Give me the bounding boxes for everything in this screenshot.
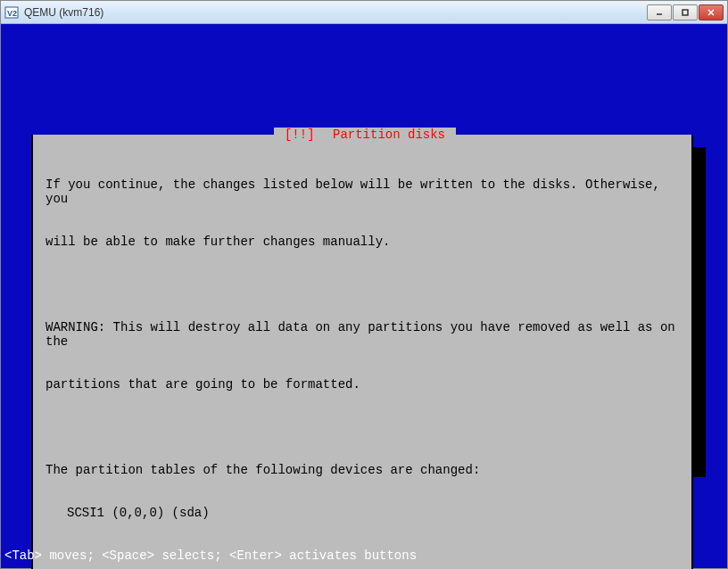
dialog-title: [!!] Partition disks: [1, 128, 728, 142]
vnc-icon: V2: [4, 5, 19, 20]
titlebar[interactable]: V2 QEMU (kvm716): [1, 1, 727, 24]
window-controls: [646, 4, 724, 21]
minimize-button[interactable]: [647, 4, 672, 21]
intro-text: will be able to make further changes man…: [46, 235, 679, 249]
keyboard-hint: <Tab> moves; <Space> selects; <Enter> ac…: [4, 548, 417, 563]
svg-rect-3: [682, 10, 688, 15]
close-button[interactable]: [699, 4, 724, 21]
table-item: SCSI1 (0,0,0) (sda): [46, 506, 679, 520]
window-title: QEMU (kvm716): [24, 6, 646, 19]
maximize-button[interactable]: [673, 4, 698, 21]
app-window: V2 QEMU (kvm716) [!!] Partition disks: [0, 0, 728, 569]
terminal-screen: [!!] Partition disks If you continue, th…: [1, 24, 727, 568]
tables-header: The partition tables of the following de…: [46, 463, 679, 477]
dialog-body: If you continue, the changes listed belo…: [33, 135, 691, 569]
warning-text: WARNING: This will destroy all data on a…: [46, 320, 679, 349]
partition-dialog: If you continue, the changes listed belo…: [31, 135, 693, 569]
warning-text: partitions that are going to be formatte…: [46, 377, 679, 392]
intro-text: If you continue, the changes listed belo…: [46, 177, 679, 206]
svg-text:V2: V2: [7, 9, 17, 18]
